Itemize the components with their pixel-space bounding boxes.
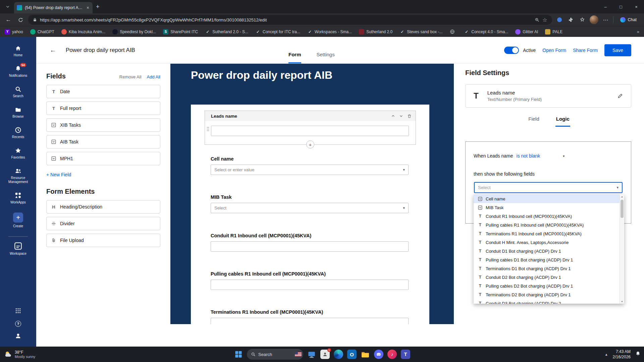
taskbar-app-outlook[interactable]: O: [347, 349, 357, 359]
drag-handle-icon[interactable]: [206, 126, 210, 132]
weather-widget[interactable]: 38°F Mostly sunny: [4, 347, 35, 362]
dropdown-option[interactable]: T Conduit H Mint. Areas, Laptops,Accesso…: [474, 238, 620, 247]
taskbar-app-discord[interactable]: [374, 349, 384, 359]
dropdown-option[interactable]: T Pulling cables D2 Bot charging (ACDP) …: [474, 282, 620, 290]
scrollbar-thumb[interactable]: [621, 200, 624, 218]
taskbar-app-music[interactable]: ♪: [387, 349, 397, 359]
back-arrow-icon[interactable]: ←: [50, 46, 56, 54]
bookmark-item[interactable]: SSharePoint ITC: [163, 29, 198, 35]
profile-avatar[interactable]: [590, 15, 598, 24]
move-up-icon[interactable]: [391, 114, 395, 118]
element-card-heading[interactable]: H Heading/Description: [46, 200, 160, 214]
dropdown-option[interactable]: T Conduit D3 Bot charging (ACDP) Drv 2: [474, 299, 620, 304]
move-down-icon[interactable]: [399, 114, 403, 118]
app-grid-icon[interactable]: [15, 308, 21, 315]
field-card-mph1[interactable]: MPH1: [46, 152, 160, 165]
taskbar-clock[interactable]: 7:43 AM 2/16/2026: [613, 349, 631, 360]
bookmark-item[interactable]: Glitter AI: [515, 29, 538, 35]
sidebar-item-workspace[interactable]: Workspace: [10, 242, 26, 256]
leads-name-input[interactable]: [211, 126, 409, 136]
bookmark-star-icon[interactable]: ☆: [542, 17, 547, 23]
browser-tab[interactable]: (54) Power drop daily report AIB - ×: [14, 2, 93, 13]
sidebar-item-search[interactable]: Search: [13, 86, 23, 98]
window-close-button[interactable]: ×: [629, 0, 644, 13]
open-form-link[interactable]: Open Form: [542, 48, 566, 53]
dropdown-option[interactable]: T Pulling cables D1 Bot charging (ACDP) …: [474, 255, 620, 264]
bookmark-item[interactable]: Speedtest by Ookl...: [112, 29, 156, 35]
sidebar-item-recents[interactable]: Recents: [12, 127, 24, 139]
dropdown-option[interactable]: T Terminations D2 Bot charging (ACDP) Dr…: [474, 290, 620, 299]
bookmark-item[interactable]: Kiba Inuzuka Anim...: [61, 29, 105, 35]
collections-icon[interactable]: [578, 16, 586, 24]
zoom-icon[interactable]: [535, 17, 539, 22]
tab-field[interactable]: Field: [528, 116, 540, 127]
cell-name-select[interactable]: Select or enter value ▾: [211, 165, 409, 175]
mib-task-select[interactable]: Select ▾: [211, 203, 409, 213]
add-all-link[interactable]: Add All: [147, 74, 160, 79]
active-toggle[interactable]: [504, 47, 519, 54]
dropdown-scrollbar[interactable]: ▲ ▼: [620, 194, 624, 304]
bookmark-item[interactable]: [449, 29, 457, 35]
field-card-date[interactable]: T Date: [46, 85, 160, 98]
taskbar-app-edge[interactable]: [333, 349, 343, 359]
field-card-xib-tasks[interactable]: XIB Tasks: [46, 118, 160, 132]
scroll-up-icon[interactable]: ▲: [620, 195, 624, 198]
dropdown-option[interactable]: T Terminations D1 Bot charging (ACDP) Dr…: [474, 264, 620, 273]
new-field-link[interactable]: + New Field: [46, 172, 71, 177]
bookmark-item[interactable]: ChatGPT: [30, 29, 54, 35]
address-bar[interactable]: https://app.smartsheet.com/sheets/qFR2pG…: [28, 15, 552, 25]
bookmark-item[interactable]: PALE: [545, 29, 562, 35]
bookmark-item[interactable]: ✓Concept 4.0 - Sma...: [464, 29, 508, 35]
new-tab-button[interactable]: +: [96, 3, 100, 10]
tray-expand-icon[interactable]: ▲: [605, 353, 608, 356]
field-card-full-report[interactable]: T Full report: [46, 102, 160, 115]
selected-field-leads-name[interactable]: Leads name +: [205, 111, 416, 145]
sidebar-item-workapps[interactable]: WorkApps: [10, 192, 26, 204]
delete-field-icon[interactable]: [407, 114, 412, 118]
start-button[interactable]: [233, 349, 244, 359]
bookmark-item[interactable]: Sutherland 2.0: [359, 29, 392, 35]
element-card-file-upload[interactable]: File Upload: [46, 234, 160, 247]
bookmark-item[interactable]: ✓Workspaces - Sma...: [307, 29, 352, 35]
dropdown-option-cell-name[interactable]: Cell name: [474, 194, 620, 203]
sidebar-item-browse[interactable]: Browse: [12, 106, 23, 119]
bookmark-item[interactable]: Yyahoo: [5, 29, 23, 35]
dropdown-option[interactable]: T Conduit R1 Inbound cell (MCP0001)(45KV…: [474, 212, 620, 221]
scroll-down-icon[interactable]: ▼: [620, 300, 624, 303]
save-button[interactable]: Save: [604, 44, 631, 56]
field-card-aib-task[interactable]: AIB Task: [46, 135, 160, 148]
tab-settings[interactable]: Settings: [317, 37, 335, 63]
extension-icon[interactable]: [555, 16, 564, 24]
tab-search-icon[interactable]: [3, 2, 12, 11]
window-minimize-button[interactable]: –: [598, 0, 613, 13]
tab-form[interactable]: Form: [288, 37, 301, 63]
dropdown-option-mib-task[interactable]: MIB Task: [474, 203, 620, 212]
lock-icon[interactable]: [33, 18, 37, 22]
bookmark-item[interactable]: ✓Sutherland 2.0 - S...: [205, 29, 248, 35]
bookmarks-overflow-icon[interactable]: »: [637, 29, 639, 34]
condition-select[interactable]: is not blank: [517, 153, 540, 159]
share-form-link[interactable]: Share Form: [573, 48, 598, 53]
edit-pencil-icon[interactable]: [618, 93, 623, 99]
extension-icon-2[interactable]: [567, 16, 575, 24]
sidebar-item-home[interactable]: Home: [14, 45, 23, 57]
terminations-r1-input[interactable]: [211, 318, 409, 324]
bookmark-item[interactable]: ✓Steves sand box -...: [399, 29, 442, 35]
dropdown-option[interactable]: T Conduit D2 Bot charging (ACDP) Drv 1: [474, 273, 620, 282]
add-field-button[interactable]: +: [306, 140, 314, 148]
tab-close-icon[interactable]: ×: [86, 5, 90, 10]
account-icon[interactable]: [15, 333, 21, 341]
conduit-r1-input[interactable]: [211, 241, 409, 252]
dropdown-option[interactable]: T Terminations R1 Inbound cell (MCP0001)…: [474, 229, 620, 238]
taskbar-app-pc[interactable]: [307, 349, 317, 359]
browser-menu-icon[interactable]: ⋯: [602, 16, 610, 24]
sidebar-item-resource-management[interactable]: Resource Management: [4, 168, 33, 184]
bookmark-item[interactable]: ✓Concept for ITC tra...: [255, 29, 300, 35]
help-icon[interactable]: ?: [15, 321, 21, 327]
dropdown-option[interactable]: T Conduit D1 Bot charging (ACDP) Drv 1: [474, 247, 620, 255]
sidebar-item-favorites[interactable]: Favorites: [11, 147, 25, 160]
pulling-r1-input[interactable]: [211, 280, 409, 290]
taskbar-search[interactable]: Search: [247, 349, 303, 360]
chat-button[interactable]: Chat: [617, 16, 640, 24]
remove-all-link[interactable]: Remove All: [119, 74, 142, 79]
